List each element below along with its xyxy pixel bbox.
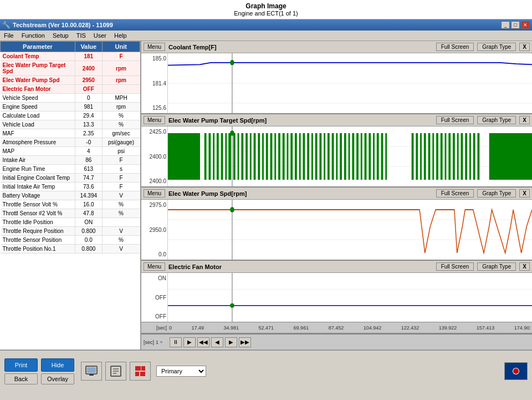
back-button[interactable]: Back	[4, 373, 38, 384]
svg-rect-90	[141, 366, 145, 371]
graph-coolant-fullscreen-btn[interactable]: Full Screen	[436, 43, 474, 51]
graph-water-pump-spd-fullscreen-btn[interactable]: Full Screen	[436, 189, 474, 198]
print-button[interactable]: Print	[4, 358, 38, 372]
param-name: Atmosphere Pressure	[1, 138, 75, 147]
maximize-button[interactable]: □	[511, 21, 520, 29]
param-name: Throttle Idle Position	[1, 218, 75, 227]
svg-rect-39	[332, 133, 334, 180]
param-name: Engine Run Time	[1, 165, 75, 174]
table-row: Throttle Idle Position ON	[1, 218, 140, 227]
graph-water-pump-target-fullscreen-btn[interactable]: Full Screen	[436, 116, 474, 124]
table-row: Engine Speed 981 rpm	[1, 103, 140, 112]
param-value: 2400	[75, 61, 102, 76]
svg-rect-18	[245, 133, 248, 180]
graph-fan-motor-fullscreen-btn[interactable]: Full Screen	[436, 262, 474, 271]
graph-fan-motor-close-btn[interactable]: X	[519, 262, 530, 271]
graph-water-pump-target: Menu Elec Water Pump Target Spd[rpm] Ful…	[141, 114, 532, 188]
back-skip-btn[interactable]: ◀◀	[197, 337, 209, 347]
svg-rect-91	[135, 372, 139, 376]
svg-point-72	[230, 130, 234, 136]
prev-btn[interactable]: ◀	[211, 337, 223, 347]
svg-rect-19	[250, 133, 252, 180]
tick-0: 0	[169, 325, 172, 331]
param-value: 74.7	[75, 174, 102, 183]
hide-button[interactable]: Hide	[41, 358, 74, 372]
play-btn[interactable]: ▶	[183, 337, 196, 347]
window-icon: 🔧	[2, 21, 11, 29]
svg-rect-9	[208, 133, 211, 180]
graph-coolant: Menu Coolant Temp[F] Full Screen Graph T…	[141, 41, 532, 114]
tick-4: 69.961	[294, 325, 309, 331]
param-value: 4	[75, 147, 102, 156]
menu-file[interactable]: File	[2, 32, 16, 39]
toolbar-icon-1[interactable]	[81, 362, 102, 381]
pause-btn[interactable]: ⏸	[170, 337, 182, 347]
sec-label: [sec]	[144, 340, 154, 345]
svg-rect-22	[262, 133, 264, 180]
menu-function[interactable]: Function	[20, 32, 47, 39]
window-title: Techstream (Ver 10.00.028) - 11099	[13, 22, 113, 28]
svg-rect-15	[233, 133, 236, 180]
graph-coolant-header: Menu Coolant Temp[F] Full Screen Graph T…	[141, 41, 532, 53]
svg-rect-44	[352, 133, 354, 180]
param-name: Throttle Position No.1	[1, 245, 75, 254]
graph-water-pump-target-close-btn[interactable]: X	[519, 116, 530, 124]
graph-water-pump-spd-canvas	[168, 200, 532, 260]
svg-rect-8	[204, 133, 207, 180]
table-row: Throttle Sensor Position 0.0 %	[1, 236, 140, 245]
primary-dropdown[interactable]: Primary	[156, 366, 206, 377]
param-unit: F	[102, 156, 140, 165]
param-value: 0.800	[75, 245, 102, 254]
tick-6: 104.942	[364, 325, 382, 331]
graph-fan-motor-type-btn[interactable]: Graph Type	[477, 262, 516, 271]
param-unit: F	[102, 183, 140, 191]
graph-fan-motor-header: Menu Electric Fan Motor Full Screen Grap…	[141, 261, 532, 273]
table-row: Calculate Load 29.4 %	[1, 112, 140, 120]
param-value: 981	[75, 103, 102, 112]
table-row: Battery Voltage 14.394 V	[1, 191, 140, 200]
svg-rect-31	[299, 133, 301, 180]
graph-water-pump-spd-menu-btn[interactable]: Menu	[144, 189, 165, 198]
playback-controls: [sec] 1 ÷ ⏸ ▶ ◀◀ ◀ ▶ ▶▶	[141, 334, 532, 350]
graph-water-pump-target-menu-btn[interactable]: Menu	[144, 116, 165, 124]
param-unit: V	[102, 245, 140, 254]
graph-coolant-close-btn[interactable]: X	[519, 43, 530, 51]
graph-water-pump-spd-header: Menu Elec Water Pump Spd[rpm] Full Scree…	[141, 188, 532, 200]
svg-rect-43	[349, 133, 350, 180]
menu-user[interactable]: User	[92, 32, 108, 39]
graph-water-pump-spd-type-btn[interactable]: Graph Type	[477, 189, 516, 198]
graph-water-pump-spd-yaxis: 2975.0 2950.0 0.0	[141, 200, 168, 260]
param-unit: rpm	[102, 76, 140, 85]
menu-help[interactable]: Help	[112, 32, 129, 39]
menu-tis[interactable]: TIS	[75, 32, 88, 39]
graph-fan-motor-menu-btn[interactable]: Menu	[144, 262, 165, 271]
close-button[interactable]: ✕	[521, 21, 530, 29]
param-unit: F	[102, 52, 140, 61]
toolbar-icon-2[interactable]	[105, 362, 126, 381]
svg-rect-60	[441, 133, 443, 180]
graph-water-pump-spd-close-btn[interactable]: X	[519, 189, 530, 198]
minimize-button[interactable]: _	[501, 21, 510, 29]
window-chrome: 🔧 Techstream (Ver 10.00.028) - 11099 _ □…	[0, 19, 532, 31]
table-row: Initial Intake Air Temp 73.6 F	[1, 183, 140, 191]
next-btn[interactable]: ▶	[225, 337, 237, 347]
svg-rect-47	[365, 133, 367, 180]
svg-rect-20	[254, 133, 256, 180]
param-name: Throttle Require Position	[1, 227, 75, 236]
param-value: 2.35	[75, 129, 102, 138]
svg-rect-66	[465, 133, 467, 180]
graph-coolant-type-btn[interactable]: Graph Type	[477, 43, 516, 51]
overlay-button[interactable]: Overlay	[41, 373, 74, 384]
table-row: Throttle Position No.1 0.800 V	[1, 245, 140, 254]
toolbar-icon-3[interactable]	[130, 362, 151, 381]
tick-7: 122.432	[401, 325, 420, 331]
param-unit: %	[102, 120, 140, 129]
graph-coolant-menu-btn[interactable]: Menu	[144, 43, 165, 51]
graph-water-pump-target-type-btn[interactable]: Graph Type	[477, 116, 516, 124]
svg-rect-16	[238, 133, 239, 180]
svg-rect-48	[369, 133, 371, 180]
menu-setup[interactable]: Setup	[51, 32, 70, 39]
param-name: Calculate Load	[1, 112, 75, 120]
end-btn[interactable]: ▶▶	[239, 337, 251, 347]
param-name: Battery Voltage	[1, 191, 75, 200]
